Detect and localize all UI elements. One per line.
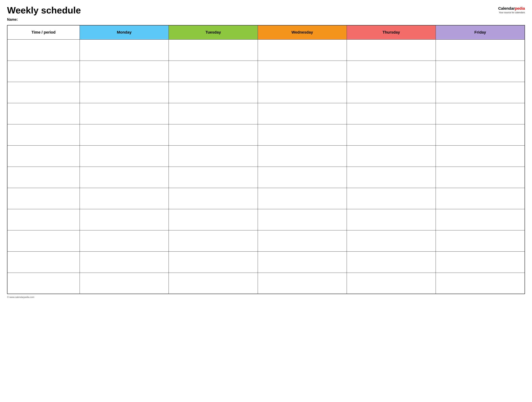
schedule-cell[interactable] — [436, 188, 525, 209]
time-cell[interactable] — [7, 188, 80, 209]
logo-area: Calendarpedia Your source for calendars — [498, 6, 525, 14]
time-cell[interactable] — [7, 61, 80, 82]
schedule-cell[interactable] — [80, 39, 169, 61]
schedule-cell[interactable] — [80, 124, 169, 145]
logo-accent-text: pedia — [515, 6, 525, 11]
schedule-cell[interactable] — [258, 103, 347, 124]
schedule-cell[interactable] — [169, 39, 258, 61]
schedule-cell[interactable] — [347, 124, 436, 145]
schedule-cell[interactable] — [347, 273, 436, 294]
table-row — [7, 124, 525, 145]
schedule-cell[interactable] — [436, 82, 525, 103]
logo-brand-text: Calendar — [498, 6, 515, 11]
table-row — [7, 188, 525, 209]
time-cell[interactable] — [7, 145, 80, 167]
time-cell[interactable] — [7, 209, 80, 230]
schedule-cell[interactable] — [347, 167, 436, 188]
schedule-cell[interactable] — [258, 167, 347, 188]
schedule-cell[interactable] — [436, 39, 525, 61]
table-row — [7, 230, 525, 252]
schedule-cell[interactable] — [436, 230, 525, 252]
logo-tagline: Your source for calendars — [499, 11, 525, 14]
schedule-cell[interactable] — [347, 145, 436, 167]
schedule-cell[interactable] — [169, 273, 258, 294]
time-cell[interactable] — [7, 273, 80, 294]
schedule-cell[interactable] — [436, 103, 525, 124]
schedule-cell[interactable] — [258, 209, 347, 230]
table-header-row: Time / period Monday Tuesday Wednesday T… — [7, 25, 525, 39]
schedule-cell[interactable] — [258, 230, 347, 252]
page-header: Weekly schedule Name: Calendarpedia Your… — [7, 5, 525, 22]
schedule-cell[interactable] — [436, 61, 525, 82]
schedule-cell[interactable] — [80, 82, 169, 103]
time-cell[interactable] — [7, 124, 80, 145]
schedule-cell[interactable] — [169, 145, 258, 167]
header-wednesday: Wednesday — [258, 25, 347, 39]
time-cell[interactable] — [7, 230, 80, 252]
table-row — [7, 209, 525, 230]
schedule-cell[interactable] — [258, 124, 347, 145]
schedule-cell[interactable] — [258, 273, 347, 294]
schedule-cell[interactable] — [169, 61, 258, 82]
schedule-cell[interactable] — [169, 167, 258, 188]
time-cell[interactable] — [7, 252, 80, 273]
schedule-cell[interactable] — [169, 252, 258, 273]
schedule-cell[interactable] — [169, 230, 258, 252]
schedule-cell[interactable] — [80, 209, 169, 230]
schedule-cell[interactable] — [436, 167, 525, 188]
schedule-cell[interactable] — [169, 124, 258, 145]
header-time: Time / period — [7, 25, 80, 39]
title-area: Weekly schedule Name: — [7, 5, 81, 22]
schedule-cell[interactable] — [258, 82, 347, 103]
time-cell[interactable] — [7, 39, 80, 61]
schedule-cell[interactable] — [258, 39, 347, 61]
schedule-cell[interactable] — [80, 188, 169, 209]
table-row — [7, 167, 525, 188]
header-thursday: Thursday — [347, 25, 436, 39]
schedule-cell[interactable] — [347, 230, 436, 252]
header-tuesday: Tuesday — [169, 25, 258, 39]
time-cell[interactable] — [7, 167, 80, 188]
schedule-cell[interactable] — [258, 252, 347, 273]
schedule-cell[interactable] — [80, 61, 169, 82]
schedule-cell[interactable] — [436, 145, 525, 167]
footer: © www.calendarpedia.com — [7, 296, 525, 298]
schedule-cell[interactable] — [436, 124, 525, 145]
schedule-cell[interactable] — [347, 61, 436, 82]
table-row — [7, 39, 525, 61]
schedule-cell[interactable] — [258, 145, 347, 167]
header-friday: Friday — [436, 25, 525, 39]
table-row — [7, 82, 525, 103]
schedule-cell[interactable] — [347, 252, 436, 273]
schedule-cell[interactable] — [436, 209, 525, 230]
logo: Calendarpedia — [498, 6, 525, 11]
schedule-cell[interactable] — [347, 209, 436, 230]
schedule-cell[interactable] — [80, 167, 169, 188]
header-monday: Monday — [80, 25, 169, 39]
name-label: Name: — [7, 18, 81, 22]
schedule-cell[interactable] — [80, 103, 169, 124]
schedule-cell[interactable] — [80, 252, 169, 273]
schedule-cell[interactable] — [169, 209, 258, 230]
time-cell[interactable] — [7, 103, 80, 124]
schedule-cell[interactable] — [347, 39, 436, 61]
time-cell[interactable] — [7, 82, 80, 103]
schedule-cell[interactable] — [169, 82, 258, 103]
schedule-cell[interactable] — [258, 188, 347, 209]
schedule-cell[interactable] — [169, 188, 258, 209]
schedule-cell[interactable] — [436, 273, 525, 294]
table-row — [7, 61, 525, 82]
schedule-cell[interactable] — [347, 103, 436, 124]
schedule-cell[interactable] — [258, 61, 347, 82]
schedule-cell[interactable] — [80, 145, 169, 167]
schedule-cell[interactable] — [347, 188, 436, 209]
schedule-cell[interactable] — [169, 103, 258, 124]
table-row — [7, 252, 525, 273]
schedule-table: Time / period Monday Tuesday Wednesday T… — [7, 25, 525, 294]
schedule-cell[interactable] — [80, 230, 169, 252]
table-row — [7, 103, 525, 124]
schedule-cell[interactable] — [80, 273, 169, 294]
table-row — [7, 145, 525, 167]
schedule-cell[interactable] — [436, 252, 525, 273]
schedule-cell[interactable] — [347, 82, 436, 103]
